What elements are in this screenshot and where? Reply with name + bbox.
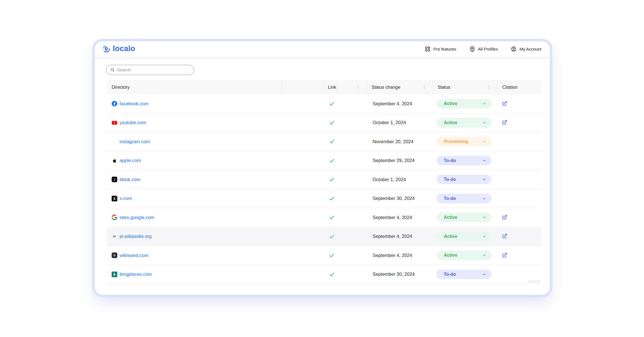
top-navigation: Pro features All Profiles My Account [425,46,541,52]
check-icon [329,252,335,258]
status-change-date: October 1, 2024 [373,177,406,182]
table-row: youtube.com October 1, 2024 Active [107,113,541,133]
column-header-citation: Citation [497,80,541,94]
sort-arrows-icon [423,85,426,89]
directory-link[interactable]: youtube.com [120,120,146,125]
brand-logo[interactable]: localo [102,45,135,53]
apple-favicon-icon [112,158,117,163]
status-dropdown[interactable]: To-do [436,156,492,165]
table-row: apple.com September 29, 2024 To-do [107,151,541,170]
status-change-date: September 29, 2024 [373,158,415,163]
directory-link[interactable]: facebook.com [120,101,148,106]
column-label: Status [438,85,450,90]
nav-label: All Profiles [478,47,498,51]
status-change-date: September 30, 2024 [373,272,415,277]
external-link-icon [501,233,507,239]
instagram-favicon-icon [112,139,117,144]
chevron-down-icon [482,139,487,144]
status-change-date: September 4, 2024 [373,215,412,220]
directory-link[interactable]: pl.wikipedia.org [120,234,152,239]
column-label: Status change [371,85,400,90]
column-header-status: Status [433,80,497,94]
check-icon [329,120,335,126]
status-dropdown[interactable]: Processing [436,137,492,146]
status-change-date: September 4, 2024 [373,234,412,239]
grid-diamond-icon [425,46,431,52]
status-dropdown[interactable]: Active [436,251,492,260]
sort-status-button[interactable] [487,85,490,89]
status-dropdown[interactable]: Active [436,213,492,222]
chevron-down-icon [482,101,487,106]
citation-link-button[interactable] [501,214,508,221]
directory-link[interactable]: instagram.com [120,139,150,144]
check-icon [329,101,335,106]
table-row: instagram.com November 20, 2024 Processi… [107,132,541,151]
status-dropdown[interactable]: Active [436,118,492,127]
citation-link-button[interactable] [501,233,508,240]
directory-link[interactable]: bingplaces.com [120,272,152,277]
sort-status-change-button[interactable] [423,85,426,89]
citation-link-button[interactable] [501,252,508,259]
nav-all-profiles[interactable]: All Profiles [469,46,498,52]
table-body: facebook.com September 4, 2024 Active yo… [107,94,541,284]
directory-link[interactable]: tiktok.com [120,177,140,182]
localo-logo-icon [102,45,111,53]
table-row: pl.wikipedia.org September 4, 2024 Activ… [107,227,541,246]
table-row: bingplaces.com September 30, 2024 To-do [107,265,541,284]
brand-wordmark: localo [113,45,135,53]
status-dropdown[interactable]: To-do [436,175,492,184]
status-label: To-do [444,177,456,182]
header-shadow [95,57,550,60]
check-icon [329,234,335,239]
chevron-down-icon [482,272,487,277]
status-label: To-do [444,272,456,277]
column-label: Link [328,85,336,90]
status-dropdown[interactable]: Active [436,232,492,241]
citation-link-button[interactable] [501,119,508,126]
status-change-date: September 30, 2024 [373,196,415,201]
external-link-icon [501,252,507,258]
tiktok-favicon-icon [112,177,117,182]
directory-link[interactable]: apple.com [120,158,141,163]
x-favicon-icon [112,196,117,201]
profile-pin-icon [469,46,475,52]
chevron-down-icon [482,196,487,201]
column-label: Directory [112,85,130,90]
check-icon [329,215,335,220]
status-label: Active [444,120,457,125]
status-label: To-do [444,158,456,163]
external-link-icon [501,101,507,107]
youtube-favicon-icon [112,120,117,126]
column-header-spacer [282,80,323,94]
status-change-date: September 4, 2024 [373,253,412,258]
external-link-icon [501,215,507,220]
search-icon [110,68,115,72]
table-row: facebook.com September 4, 2024 Active [107,94,541,113]
wikiwand-favicon-icon [112,252,117,258]
external-link-icon [501,120,507,126]
status-label: Active [444,101,457,106]
column-header-link: Link [323,80,366,94]
status-dropdown[interactable]: Active [436,99,492,108]
status-label: Processing [444,139,468,144]
status-label: Active [444,234,457,239]
horizontal-scrollbar[interactable] [527,280,541,283]
directory-link[interactable]: x.com [120,196,132,201]
status-dropdown[interactable]: To-do [436,194,492,203]
nav-pro-features[interactable]: Pro features [425,46,456,52]
search-input[interactable] [117,67,190,72]
status-change-date: November 20, 2024 [373,139,413,144]
app-header: localo Pro features All Profiles My Acco… [95,41,550,57]
status-dropdown[interactable]: To-do [436,270,492,279]
sort-link-button[interactable] [357,85,360,89]
chevron-down-icon [482,120,487,125]
citation-link-button[interactable] [501,100,508,107]
directory-link[interactable]: sites.google.com [120,215,154,220]
search-box [106,65,194,75]
sort-arrows-icon [357,85,360,89]
status-label: Active [444,253,457,258]
directory-link[interactable]: wikiwand.com [120,253,148,258]
nav-my-account[interactable]: My Account [511,46,541,52]
sort-arrows-icon [487,85,490,89]
facebook-favicon-icon [112,101,117,106]
